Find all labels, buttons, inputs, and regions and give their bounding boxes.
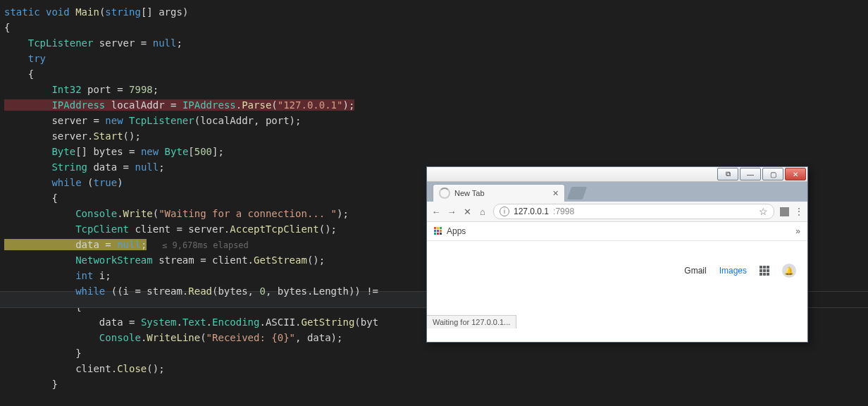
loading-spinner-icon (439, 187, 450, 199)
nav-toolbar: ← → ✕ ⌂ i 127.0.0.1:7998 ☆ ⋮ (427, 202, 807, 222)
tab-title: New Tab (454, 189, 485, 197)
forward-button[interactable]: → (447, 207, 457, 216)
google-links: Gmail Images 🔔 (684, 264, 796, 278)
url-host: 127.0.0.1 (514, 207, 549, 216)
maximize-button[interactable]: ▢ (762, 168, 783, 180)
extension-icon[interactable] (780, 207, 789, 216)
home-button[interactable]: ⌂ (478, 207, 488, 216)
code-line: try (0, 51, 868, 66)
tab-strip: New Tab ✕ (427, 182, 807, 202)
notifications-icon[interactable]: 🔔 (782, 264, 796, 278)
window-titlebar[interactable]: ⧉ — ▢ ✕ (427, 167, 807, 182)
stop-button[interactable]: ✕ (462, 207, 472, 216)
code-line: client.Close(); (0, 361, 868, 376)
code-line: { (0, 20, 868, 35)
code-line: TcpListener server = null; (0, 35, 868, 51)
url-bar[interactable]: i 127.0.0.1:7998 ☆ (493, 204, 774, 219)
code-line: server.Start(); (0, 128, 868, 144)
browser-window[interactable]: ⧉ — ▢ ✕ New Tab ✕ ← → ✕ ⌂ i 127.0.0.1:79… (426, 166, 808, 343)
code-line: static void Main(string[] args) (0, 4, 868, 20)
url-port: :7998 (553, 207, 574, 216)
status-bar: Waiting for 127.0.0.1... (427, 315, 516, 328)
apps-grid-icon[interactable] (434, 227, 442, 235)
code-line: } (0, 345, 868, 361)
code-line: Byte[] bytes = new Byte[500]; (0, 144, 868, 159)
code-line: IPAddress localAddr = IPAddress.Parse("1… (0, 97, 868, 113)
browser-tab[interactable]: New Tab ✕ (433, 184, 565, 202)
tab-close-icon[interactable]: ✕ (552, 189, 559, 198)
code-line: Int32 port = 7998; (0, 82, 868, 97)
site-info-icon[interactable]: i (500, 207, 509, 216)
code-line: { (0, 66, 868, 82)
minimize-button[interactable]: — (740, 168, 761, 180)
bookmarks-overflow-icon[interactable]: » (795, 226, 800, 236)
images-link[interactable]: Images (719, 266, 747, 276)
bookmarks-bar: Apps » (427, 222, 807, 241)
popout-button[interactable]: ⧉ (717, 168, 738, 180)
menu-icon[interactable]: ⋮ (795, 207, 803, 216)
page-content: Gmail Images 🔔 Waiting for 127.0.0.1... (427, 241, 807, 328)
back-button[interactable]: ← (431, 207, 441, 216)
google-apps-icon[interactable] (760, 266, 769, 276)
code-line: } (0, 376, 868, 392)
code-line: server = new TcpListener(localAddr, port… (0, 113, 868, 128)
new-tab-button[interactable] (567, 187, 588, 199)
close-button[interactable]: ✕ (785, 168, 806, 180)
gmail-link[interactable]: Gmail (684, 266, 706, 276)
bookmark-star-icon[interactable]: ☆ (759, 206, 768, 217)
apps-label[interactable]: Apps (447, 226, 466, 236)
